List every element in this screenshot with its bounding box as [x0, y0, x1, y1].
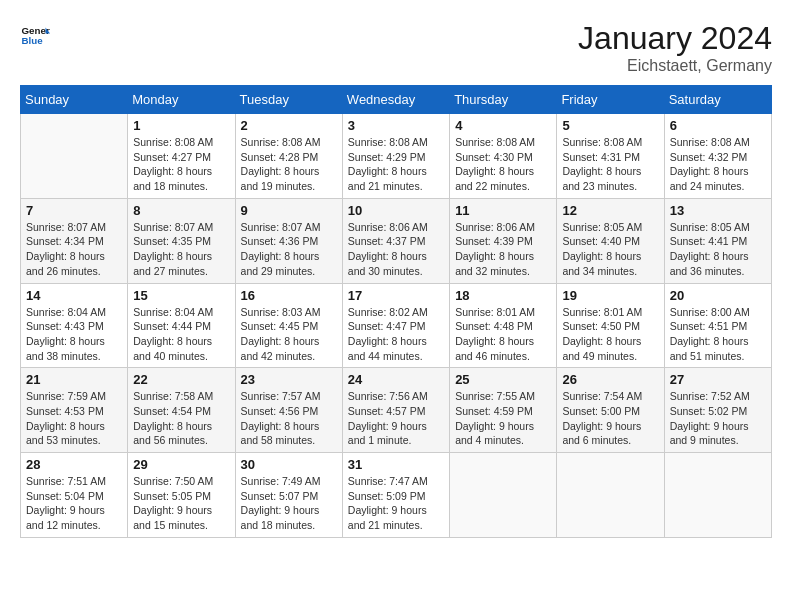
location: Eichstaett, Germany: [578, 57, 772, 75]
calendar-cell: 22Sunrise: 7:58 AMSunset: 4:54 PMDayligh…: [128, 368, 235, 453]
calendar-cell: 31Sunrise: 7:47 AMSunset: 5:09 PMDayligh…: [342, 453, 449, 538]
day-info: Sunrise: 7:59 AMSunset: 4:53 PMDaylight:…: [26, 389, 122, 448]
month-title: January 2024: [578, 20, 772, 57]
day-number: 26: [562, 372, 658, 387]
day-number: 10: [348, 203, 444, 218]
calendar-cell: 11Sunrise: 8:06 AMSunset: 4:39 PMDayligh…: [450, 198, 557, 283]
calendar-cell: [664, 453, 771, 538]
weekday-header-tuesday: Tuesday: [235, 86, 342, 114]
day-info: Sunrise: 8:01 AMSunset: 4:48 PMDaylight:…: [455, 305, 551, 364]
day-number: 21: [26, 372, 122, 387]
calendar-cell: 6Sunrise: 8:08 AMSunset: 4:32 PMDaylight…: [664, 114, 771, 199]
day-info: Sunrise: 7:58 AMSunset: 4:54 PMDaylight:…: [133, 389, 229, 448]
weekday-header-sunday: Sunday: [21, 86, 128, 114]
day-number: 5: [562, 118, 658, 133]
day-info: Sunrise: 8:03 AMSunset: 4:45 PMDaylight:…: [241, 305, 337, 364]
day-number: 7: [26, 203, 122, 218]
calendar-cell: 25Sunrise: 7:55 AMSunset: 4:59 PMDayligh…: [450, 368, 557, 453]
day-number: 30: [241, 457, 337, 472]
calendar-cell: 27Sunrise: 7:52 AMSunset: 5:02 PMDayligh…: [664, 368, 771, 453]
day-info: Sunrise: 8:05 AMSunset: 4:40 PMDaylight:…: [562, 220, 658, 279]
day-number: 31: [348, 457, 444, 472]
day-info: Sunrise: 8:07 AMSunset: 4:35 PMDaylight:…: [133, 220, 229, 279]
day-number: 6: [670, 118, 766, 133]
day-number: 23: [241, 372, 337, 387]
calendar-cell: 5Sunrise: 8:08 AMSunset: 4:31 PMDaylight…: [557, 114, 664, 199]
calendar-cell: 15Sunrise: 8:04 AMSunset: 4:44 PMDayligh…: [128, 283, 235, 368]
day-number: 24: [348, 372, 444, 387]
day-info: Sunrise: 7:51 AMSunset: 5:04 PMDaylight:…: [26, 474, 122, 533]
day-info: Sunrise: 7:54 AMSunset: 5:00 PMDaylight:…: [562, 389, 658, 448]
day-number: 4: [455, 118, 551, 133]
calendar-cell: 23Sunrise: 7:57 AMSunset: 4:56 PMDayligh…: [235, 368, 342, 453]
weekday-header-friday: Friday: [557, 86, 664, 114]
day-number: 28: [26, 457, 122, 472]
calendar-table: SundayMondayTuesdayWednesdayThursdayFrid…: [20, 85, 772, 538]
calendar-cell: 26Sunrise: 7:54 AMSunset: 5:00 PMDayligh…: [557, 368, 664, 453]
day-info: Sunrise: 7:52 AMSunset: 5:02 PMDaylight:…: [670, 389, 766, 448]
calendar-cell: 7Sunrise: 8:07 AMSunset: 4:34 PMDaylight…: [21, 198, 128, 283]
calendar-cell: 9Sunrise: 8:07 AMSunset: 4:36 PMDaylight…: [235, 198, 342, 283]
calendar-cell: 18Sunrise: 8:01 AMSunset: 4:48 PMDayligh…: [450, 283, 557, 368]
day-number: 22: [133, 372, 229, 387]
day-info: Sunrise: 8:01 AMSunset: 4:50 PMDaylight:…: [562, 305, 658, 364]
calendar-cell: 19Sunrise: 8:01 AMSunset: 4:50 PMDayligh…: [557, 283, 664, 368]
day-number: 1: [133, 118, 229, 133]
calendar-cell: 13Sunrise: 8:05 AMSunset: 4:41 PMDayligh…: [664, 198, 771, 283]
calendar-cell: 29Sunrise: 7:50 AMSunset: 5:05 PMDayligh…: [128, 453, 235, 538]
day-number: 8: [133, 203, 229, 218]
day-info: Sunrise: 8:06 AMSunset: 4:37 PMDaylight:…: [348, 220, 444, 279]
day-info: Sunrise: 8:00 AMSunset: 4:51 PMDaylight:…: [670, 305, 766, 364]
calendar-cell: 14Sunrise: 8:04 AMSunset: 4:43 PMDayligh…: [21, 283, 128, 368]
calendar-cell: 24Sunrise: 7:56 AMSunset: 4:57 PMDayligh…: [342, 368, 449, 453]
day-number: 12: [562, 203, 658, 218]
calendar-cell: 2Sunrise: 8:08 AMSunset: 4:28 PMDaylight…: [235, 114, 342, 199]
weekday-header-monday: Monday: [128, 86, 235, 114]
day-info: Sunrise: 8:08 AMSunset: 4:31 PMDaylight:…: [562, 135, 658, 194]
day-info: Sunrise: 8:08 AMSunset: 4:30 PMDaylight:…: [455, 135, 551, 194]
calendar-cell: [557, 453, 664, 538]
day-info: Sunrise: 7:47 AMSunset: 5:09 PMDaylight:…: [348, 474, 444, 533]
day-number: 20: [670, 288, 766, 303]
calendar-cell: 20Sunrise: 8:00 AMSunset: 4:51 PMDayligh…: [664, 283, 771, 368]
calendar-cell: 28Sunrise: 7:51 AMSunset: 5:04 PMDayligh…: [21, 453, 128, 538]
page-header: General Blue January 2024 Eichstaett, Ge…: [20, 20, 772, 75]
calendar-cell: 10Sunrise: 8:06 AMSunset: 4:37 PMDayligh…: [342, 198, 449, 283]
calendar-cell: 12Sunrise: 8:05 AMSunset: 4:40 PMDayligh…: [557, 198, 664, 283]
day-info: Sunrise: 8:04 AMSunset: 4:44 PMDaylight:…: [133, 305, 229, 364]
day-info: Sunrise: 8:08 AMSunset: 4:28 PMDaylight:…: [241, 135, 337, 194]
day-info: Sunrise: 7:55 AMSunset: 4:59 PMDaylight:…: [455, 389, 551, 448]
day-number: 14: [26, 288, 122, 303]
day-number: 27: [670, 372, 766, 387]
calendar-cell: 16Sunrise: 8:03 AMSunset: 4:45 PMDayligh…: [235, 283, 342, 368]
calendar-cell: 8Sunrise: 8:07 AMSunset: 4:35 PMDaylight…: [128, 198, 235, 283]
day-info: Sunrise: 7:57 AMSunset: 4:56 PMDaylight:…: [241, 389, 337, 448]
day-info: Sunrise: 8:02 AMSunset: 4:47 PMDaylight:…: [348, 305, 444, 364]
day-number: 17: [348, 288, 444, 303]
calendar-cell: 3Sunrise: 8:08 AMSunset: 4:29 PMDaylight…: [342, 114, 449, 199]
day-number: 11: [455, 203, 551, 218]
day-info: Sunrise: 7:50 AMSunset: 5:05 PMDaylight:…: [133, 474, 229, 533]
day-number: 2: [241, 118, 337, 133]
day-info: Sunrise: 8:06 AMSunset: 4:39 PMDaylight:…: [455, 220, 551, 279]
title-block: January 2024 Eichstaett, Germany: [578, 20, 772, 75]
day-number: 18: [455, 288, 551, 303]
weekday-header-wednesday: Wednesday: [342, 86, 449, 114]
day-number: 16: [241, 288, 337, 303]
logo-icon: General Blue: [20, 20, 50, 50]
calendar-cell: 21Sunrise: 7:59 AMSunset: 4:53 PMDayligh…: [21, 368, 128, 453]
day-number: 13: [670, 203, 766, 218]
day-info: Sunrise: 7:49 AMSunset: 5:07 PMDaylight:…: [241, 474, 337, 533]
calendar-cell: 30Sunrise: 7:49 AMSunset: 5:07 PMDayligh…: [235, 453, 342, 538]
day-info: Sunrise: 8:07 AMSunset: 4:36 PMDaylight:…: [241, 220, 337, 279]
calendar-cell: 1Sunrise: 8:08 AMSunset: 4:27 PMDaylight…: [128, 114, 235, 199]
day-info: Sunrise: 8:07 AMSunset: 4:34 PMDaylight:…: [26, 220, 122, 279]
weekday-header-thursday: Thursday: [450, 86, 557, 114]
day-info: Sunrise: 8:05 AMSunset: 4:41 PMDaylight:…: [670, 220, 766, 279]
svg-text:Blue: Blue: [22, 35, 44, 46]
day-number: 3: [348, 118, 444, 133]
calendar-cell: 4Sunrise: 8:08 AMSunset: 4:30 PMDaylight…: [450, 114, 557, 199]
day-number: 15: [133, 288, 229, 303]
calendar-cell: 17Sunrise: 8:02 AMSunset: 4:47 PMDayligh…: [342, 283, 449, 368]
calendar-cell: [21, 114, 128, 199]
